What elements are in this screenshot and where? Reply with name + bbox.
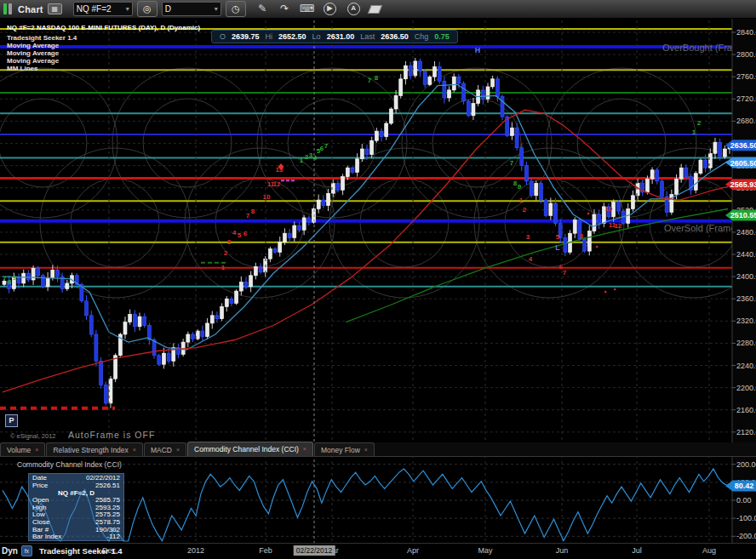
tab-money-flow[interactable]: Money Flow× — [314, 442, 375, 456]
svg-text:2636.50: 2636.50 — [730, 141, 756, 150]
tab-commodity-channel-index-cci-[interactable]: Commodity Channel Index (CCI)× — [187, 442, 313, 456]
open-label: O — [220, 32, 226, 41]
close-icon[interactable]: × — [364, 448, 368, 453]
tooltip-row: Price2526.51 — [32, 482, 120, 490]
zone-label: OverSold (Frame — [664, 223, 736, 233]
tab-relative-strength-index[interactable]: Relative Strength Index× — [46, 442, 142, 456]
cci-value-flag: 80.42 — [725, 480, 756, 491]
time-axis-label: May — [478, 546, 492, 555]
svg-text:2720.00: 2720.00 — [736, 94, 756, 103]
close-icon[interactable]: × — [176, 448, 180, 453]
last-value: 2636.50 — [381, 32, 409, 41]
svg-text:▲: ▲ — [587, 210, 591, 215]
svg-text:2: 2 — [523, 206, 527, 214]
svg-text:6: 6 — [243, 230, 248, 237]
eraser-icon[interactable] — [368, 5, 382, 14]
symbol-lookup-button[interactable]: ◎ — [137, 1, 158, 17]
svg-text:▲: ▲ — [613, 286, 617, 291]
svg-text:2800.00: 2800.00 — [736, 50, 756, 59]
tab-volume[interactable]: Volume× — [0, 442, 45, 456]
legend-item: Tradesight Seeker 1.4 — [7, 34, 77, 42]
svg-text:8: 8 — [375, 74, 379, 82]
price-pane-badge[interactable]: P — [5, 414, 18, 427]
svg-text:H: H — [475, 46, 481, 54]
change-label: Chg — [415, 32, 429, 41]
main-pane: OverBought (FramOverSold (Frame123456781… — [0, 29, 756, 432]
symbol-input[interactable]: NQ #F=2 ▾ — [73, 2, 133, 16]
svg-text:2160.00: 2160.00 — [736, 406, 756, 414]
chart-layout-icon[interactable]: ▦ — [48, 3, 62, 14]
svg-text:2480.00: 2480.00 — [736, 228, 756, 237]
svg-text:▲: ▲ — [595, 243, 599, 248]
time-axis-label: Feb — [259, 546, 272, 555]
zone-label: OverBought (Fram — [662, 43, 740, 53]
svg-text:12: 12 — [273, 180, 281, 188]
trading-app: { "toolbar":{ "title":"Chart", "symbol":… — [0, 0, 756, 559]
close-icon[interactable]: × — [35, 448, 38, 453]
interval-clock-button[interactable]: ◷ — [226, 1, 246, 17]
close-icon[interactable]: × — [133, 448, 136, 453]
study-name-label: Tradesight Seeker 1.4 — [39, 546, 123, 556]
svg-text:2565.93: 2565.93 — [730, 180, 756, 189]
svg-text:2320.00: 2320.00 — [736, 317, 756, 325]
time-axis[interactable]: Dyn fx Tradesight Seeker 1.4 Dec2012FebM… — [0, 543, 756, 559]
clock-icon: ◷ — [232, 3, 240, 14]
svg-text:200.00: 200.00 — [736, 460, 756, 469]
svg-text:10: 10 — [263, 193, 271, 201]
play-icon[interactable]: ▶ — [324, 3, 336, 15]
time-axis-label: Apr — [407, 546, 419, 555]
svg-text:8: 8 — [580, 232, 584, 240]
chevron-down-icon[interactable]: ▾ — [215, 5, 218, 13]
formula-icon[interactable]: fx — [21, 545, 32, 556]
svg-text:2200.00: 2200.00 — [736, 384, 756, 392]
tab-label: Commodity Channel Index (CCI) — [194, 445, 299, 453]
svg-text:4: 4 — [529, 255, 533, 263]
svg-text:-100.00: -100.00 — [736, 514, 756, 522]
window-state-icon[interactable] — [3, 3, 12, 14]
autoframe-status: AutoFrame is OFF — [68, 430, 155, 440]
svg-text:2400.00: 2400.00 — [736, 272, 756, 281]
toolbar: Chart ▦ NQ #F=2 ▾ ◎ D ▾ ◷ ✎↷⌨▶A — [0, 0, 756, 19]
svg-text:7: 7 — [324, 142, 329, 150]
svg-text:80.42: 80.42 — [735, 482, 754, 490]
chart-title: NQ #F=2 NASDAQ 100 E-MINI FUTURES (DAY),… — [7, 24, 200, 31]
legend-item: Moving Average — [7, 49, 77, 57]
legend-item: Moving Average — [7, 42, 77, 49]
redo-icon[interactable]: ↷ — [278, 2, 292, 16]
svg-text:3: 3 — [526, 233, 530, 241]
keyboard-icon[interactable]: ⌨ — [300, 2, 314, 16]
svg-text:L: L — [555, 243, 560, 252]
price-flag: 2605.50 — [725, 157, 756, 168]
svg-text:4: 4 — [232, 229, 237, 237]
tab-label: Money Flow — [321, 446, 360, 454]
chevron-down-icon[interactable]: ▾ — [126, 5, 129, 13]
tab-label: Volume — [7, 446, 31, 454]
svg-text:12: 12 — [615, 222, 622, 230]
svg-text:2: 2 — [224, 249, 228, 257]
legend-item: MM Lines — [7, 65, 77, 72]
svg-text:7: 7 — [563, 269, 567, 277]
draw-icon[interactable]: ✎ — [255, 2, 270, 16]
high-value: 2652.50 — [278, 32, 306, 41]
auto-icon[interactable]: A — [347, 3, 360, 15]
svg-text:2760.00: 2760.00 — [736, 72, 756, 81]
svg-text:3: 3 — [227, 238, 232, 246]
last-label: Last — [360, 32, 375, 41]
time-axis-label: Jun — [556, 546, 569, 555]
legend-item: Moving Average — [7, 57, 77, 65]
legend: Tradesight Seeker 1.4Moving AverageMovin… — [7, 34, 77, 72]
close-icon[interactable]: × — [303, 447, 306, 452]
tab-label: MACD — [151, 446, 172, 454]
svg-text:2280.00: 2280.00 — [736, 339, 756, 347]
svg-text:2: 2 — [697, 119, 702, 127]
open-value: 2639.75 — [232, 32, 260, 41]
interval-input[interactable]: D ▾ — [162, 2, 221, 16]
tab-macd[interactable]: MACD× — [144, 442, 186, 456]
svg-text:1: 1 — [519, 197, 524, 204]
high-label: Hi — [266, 32, 273, 41]
svg-text:10: 10 — [605, 205, 613, 213]
low-label: Lo — [312, 32, 321, 41]
quote-bar: O2639.75 Hi2652.50 Lo2631.00 Last2636.50… — [211, 30, 458, 43]
time-axis-label: 2012 — [187, 546, 204, 555]
time-axis-label: Aug — [702, 546, 716, 555]
